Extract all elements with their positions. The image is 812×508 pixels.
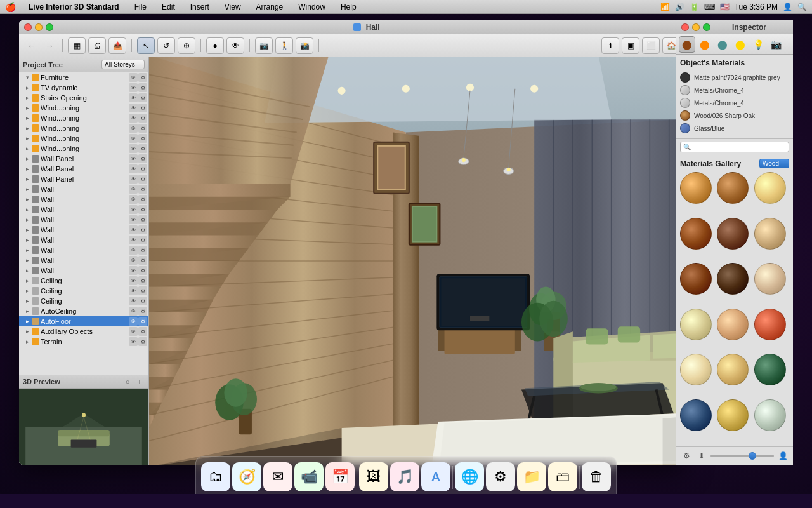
gallery-swatch-dark-walnut[interactable]: [680, 218, 712, 250]
settings-button[interactable]: ⚙: [138, 327, 147, 336]
preview-viewport[interactable]: [19, 389, 148, 465]
settings-button[interactable]: ⚙: [138, 266, 147, 275]
menu-file[interactable]: File: [132, 3, 149, 11]
tree-item[interactable]: ▸TV dynamic👁⚙: [19, 83, 148, 93]
gallery-swatch-redwood[interactable]: [754, 309, 786, 340]
gallery-swatch-medium-oak[interactable]: [717, 172, 749, 204]
gallery-swatch-cherry[interactable]: [717, 309, 749, 340]
gallery-size-slider[interactable]: [710, 455, 774, 457]
dock-network[interactable]: 🌐: [455, 462, 484, 491]
visibility-button[interactable]: 👁: [129, 236, 138, 244]
close-button[interactable]: [24, 23, 32, 31]
material-item-5[interactable]: Glass/Blue: [680, 122, 789, 135]
settings-button[interactable]: ⚙: [138, 93, 147, 102]
3d-split-button[interactable]: ⬜: [642, 37, 660, 54]
settings-button[interactable]: ⚙: [138, 154, 147, 163]
search-input[interactable]: [693, 144, 778, 150]
tree-container[interactable]: ▾Furniture👁⚙▸TV dynamic👁⚙▸Stairs Opening…: [19, 72, 148, 375]
tree-item[interactable]: ▸Wall Panel👁⚙: [19, 174, 148, 184]
settings-button[interactable]: ⚙: [138, 236, 147, 244]
print-button[interactable]: 🖨: [88, 37, 106, 54]
record-button[interactable]: ●: [206, 37, 224, 54]
light-tool[interactable]: 💡: [750, 36, 766, 53]
dock-appstore[interactable]: A: [421, 462, 450, 491]
2d-view-button[interactable]: ▦: [68, 37, 86, 54]
settings-button[interactable]: ⚙: [138, 317, 147, 326]
select-tool[interactable]: ↖: [137, 37, 155, 54]
visibility-button[interactable]: 👁: [129, 205, 138, 214]
settings-button[interactable]: ⚙: [138, 256, 147, 265]
dock-folder-2[interactable]: 🗃: [548, 462, 577, 491]
visibility-button[interactable]: 👁: [129, 134, 138, 143]
visibility-button[interactable]: 👁: [129, 317, 138, 326]
snapshot-button[interactable]: 📸: [296, 37, 313, 54]
teal-tool[interactable]: ⬤: [714, 36, 731, 53]
visibility-button[interactable]: 👁: [129, 337, 138, 346]
visibility-button[interactable]: 👁: [129, 185, 138, 194]
camera-button[interactable]: 📷: [255, 37, 273, 54]
settings-button[interactable]: ⚙: [138, 104, 147, 112]
visibility-button[interactable]: 👁: [129, 327, 138, 336]
eye-button[interactable]: 👁: [226, 37, 244, 54]
zoom-fit-button[interactable]: ○: [122, 377, 133, 387]
tree-item[interactable]: ▸Ceiling👁⚙: [19, 286, 148, 296]
visibility-button[interactable]: 👁: [129, 307, 138, 316]
settings-button[interactable]: ⚙: [138, 225, 147, 234]
visibility-button[interactable]: 👁: [129, 93, 138, 102]
move-tool[interactable]: ⊕: [178, 37, 195, 54]
yellow-tool[interactable]: ⬤: [732, 36, 749, 53]
tree-item[interactable]: ▸Wall Panel👁⚙: [19, 164, 148, 174]
gallery-swatch-golden-oak[interactable]: [717, 399, 749, 431]
material-item-4[interactable]: Wood/026 Sharp Oak: [680, 109, 789, 122]
back-button[interactable]: ←: [24, 38, 39, 53]
settings-button[interactable]: ⚙: [138, 83, 147, 92]
material-item-2[interactable]: Metals/Chrome_4: [680, 84, 789, 97]
apple-menu[interactable]: 🍎: [5, 2, 16, 12]
help-button[interactable]: ℹ: [601, 37, 619, 54]
tree-item[interactable]: ▸Wall👁⚙: [19, 215, 148, 225]
dock-safari[interactable]: 🧭: [232, 462, 261, 491]
visibility-button[interactable]: 👁: [129, 154, 138, 163]
settings-button[interactable]: ⚙: [138, 337, 147, 346]
settings-button[interactable]: ⚙: [138, 307, 147, 316]
settings-button[interactable]: ⚙: [138, 134, 147, 143]
settings-button[interactable]: ⚙: [138, 195, 147, 204]
dock-photos[interactable]: 🖼: [359, 462, 388, 491]
gallery-import-button[interactable]: ⬇: [695, 450, 708, 462]
export-button[interactable]: 📤: [108, 37, 126, 54]
floor-plan-button[interactable]: ▣: [622, 37, 639, 54]
tree-item[interactable]: ▸AutoFloor👁⚙: [19, 316, 148, 326]
tree-item[interactable]: ▸Ceiling👁⚙: [19, 276, 148, 286]
menu-edit[interactable]: Edit: [159, 3, 178, 11]
menu-help[interactable]: Help: [338, 3, 359, 11]
dock-finder[interactable]: 🗂: [201, 462, 230, 491]
menu-insert[interactable]: Insert: [188, 3, 212, 11]
orange-tool[interactable]: ⬤: [697, 36, 713, 53]
inspector-minimize-button[interactable]: [692, 23, 700, 31]
main-viewport[interactable]: [149, 57, 685, 465]
visibility-button[interactable]: 👁: [129, 175, 138, 184]
settings-button[interactable]: ⚙: [138, 215, 147, 224]
gallery-swatch-light-oak[interactable]: [680, 172, 712, 204]
spotlight-icon[interactable]: 🔍: [797, 3, 807, 11]
gallery-swatch-ebony[interactable]: [717, 263, 749, 295]
tree-item[interactable]: ▸Wind...pning👁⚙: [19, 123, 148, 133]
tree-item[interactable]: ▸Wind...pning👁⚙: [19, 133, 148, 144]
minimize-button[interactable]: [35, 23, 43, 31]
tree-item[interactable]: ▸Terrain👁⚙: [19, 337, 148, 347]
maximize-button[interactable]: [46, 23, 53, 31]
tree-item[interactable]: ▸Wall👁⚙: [19, 255, 148, 265]
visibility-button[interactable]: 👁: [129, 215, 138, 224]
visibility-button[interactable]: 👁: [129, 114, 138, 123]
settings-button[interactable]: ⚙: [138, 73, 147, 82]
tree-item[interactable]: ▾Furniture👁⚙: [19, 72, 148, 83]
gallery-swatch-pine[interactable]: [754, 218, 786, 250]
visibility-button[interactable]: 👁: [129, 276, 138, 285]
visibility-button[interactable]: 👁: [129, 104, 138, 112]
material-item-3[interactable]: Metals/Chrome_4: [680, 97, 789, 109]
visibility-button[interactable]: 👁: [129, 195, 138, 204]
menu-view[interactable]: View: [222, 3, 244, 11]
settings-button[interactable]: ⚙: [138, 124, 147, 133]
visibility-button[interactable]: 👁: [129, 83, 138, 92]
tree-item[interactable]: ▸Wall👁⚙: [19, 225, 148, 235]
